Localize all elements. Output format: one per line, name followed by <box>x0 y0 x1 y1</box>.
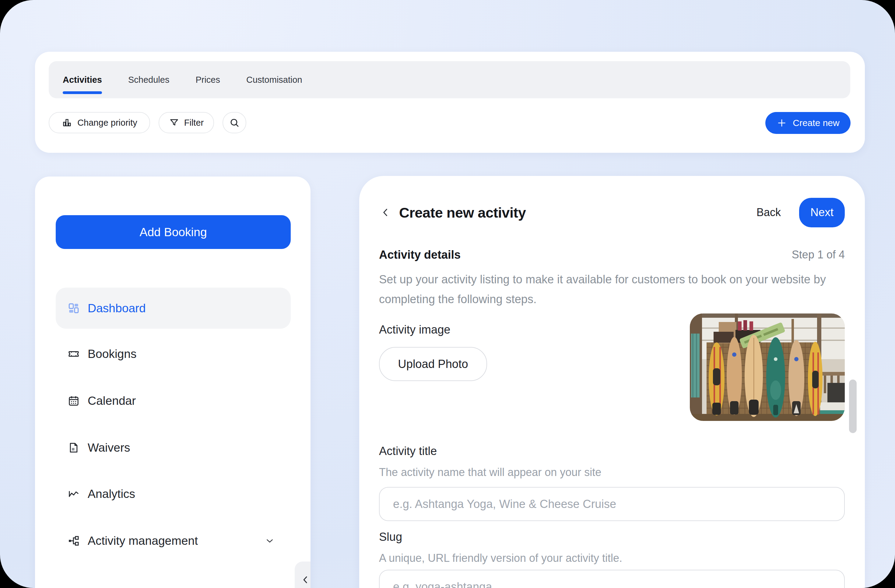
panel-scrollbar-thumb[interactable] <box>849 379 857 433</box>
sidebar-collapse-button[interactable] <box>295 562 311 588</box>
tab-customisation-label: Customisation <box>246 75 302 85</box>
upload-photo-button[interactable]: Upload Photo <box>379 347 487 381</box>
create-new-button[interactable]: Create new <box>765 112 851 134</box>
section-title: Activity details <box>379 249 461 261</box>
tab-customisation[interactable]: Customisation <box>246 61 302 98</box>
dashboard-icon <box>68 302 80 314</box>
document-icon <box>68 442 80 454</box>
sidebar-item-analytics[interactable]: Analytics <box>56 477 291 511</box>
step-row: Activity details Step 1 of 4 <box>379 248 845 262</box>
hierarchy-icon <box>68 535 80 547</box>
activity-title-label: Activity title <box>379 445 437 458</box>
tab-strip: Activities Schedules Prices Customisatio… <box>49 61 850 98</box>
sidebar-item-label: Analytics <box>88 487 135 501</box>
filter-funnel-icon <box>169 117 179 128</box>
step-indicator: Step 1 of 4 <box>792 249 845 261</box>
sidebar-item-label: Activity management <box>88 534 198 547</box>
plus-icon <box>776 117 787 129</box>
panel-header: Create new activity Back Next <box>379 197 845 228</box>
tab-schedules[interactable]: Schedules <box>128 61 169 98</box>
back-button[interactable]: Back <box>757 206 781 219</box>
activity-title-helper: The activity name that will appear on yo… <box>379 466 601 479</box>
back-chevron-icon[interactable] <box>379 205 394 220</box>
sidebar-item-calendar[interactable]: Calendar <box>56 384 291 418</box>
slug-input[interactable] <box>379 570 845 588</box>
activity-photo-preview <box>690 314 845 421</box>
sidebar-item-waivers[interactable]: Waivers <box>56 431 291 464</box>
sidebar-item-activity-management[interactable]: Activity management <box>56 524 291 558</box>
sidebar-item-dashboard[interactable]: Dashboard <box>56 288 291 329</box>
top-navigation-card: Activities Schedules Prices Customisatio… <box>35 52 865 153</box>
section-description: Set up your activity listing to make it … <box>379 270 830 309</box>
create-new-label: Create new <box>793 118 839 128</box>
slug-label: Slug <box>379 530 402 544</box>
priority-bars-icon <box>62 117 73 128</box>
filter-label: Filter <box>184 118 204 128</box>
next-button[interactable]: Next <box>799 198 845 227</box>
sidebar-item-bookings[interactable]: Bookigns <box>56 337 291 371</box>
sidebar-item-label: Bookigns <box>88 347 137 361</box>
change-priority-label: Change priority <box>77 118 137 128</box>
ticket-icon <box>68 348 80 360</box>
tab-activities[interactable]: Activities <box>63 61 102 98</box>
activity-title-input[interactable] <box>379 487 845 521</box>
filter-button[interactable]: Filter <box>159 112 214 133</box>
active-tab-underline <box>63 91 102 94</box>
slug-helper: A unique, URL friendly version of your a… <box>379 552 622 565</box>
tab-prices[interactable]: Prices <box>196 61 220 98</box>
line-chart-icon <box>68 488 80 500</box>
sidebar: Add Booking Dashboard Bookigns <box>35 177 311 588</box>
sidebar-item-label: Dashboard <box>88 302 146 315</box>
page-title: Create new activity <box>399 204 526 221</box>
chevron-left-icon <box>300 574 311 586</box>
chevron-down-icon <box>264 536 275 546</box>
calendar-icon <box>68 395 80 407</box>
search-icon <box>229 117 240 128</box>
tab-activities-label: Activities <box>63 75 102 85</box>
tab-schedules-label: Schedules <box>128 75 169 85</box>
screen: Activities Schedules Prices Customisatio… <box>0 0 895 588</box>
activity-image-label: Activity image <box>379 323 450 336</box>
add-booking-button[interactable]: Add Booking <box>56 215 291 249</box>
create-activity-panel: Create new activity Back Next Activity d… <box>359 176 865 588</box>
change-priority-button[interactable]: Change priority <box>49 112 150 133</box>
search-button[interactable] <box>223 112 246 133</box>
sidebar-item-label: Calendar <box>88 394 136 408</box>
tab-prices-label: Prices <box>196 75 220 85</box>
sidebar-item-label: Waivers <box>88 441 130 455</box>
app-background: Activities Schedules Prices Customisatio… <box>0 0 895 588</box>
